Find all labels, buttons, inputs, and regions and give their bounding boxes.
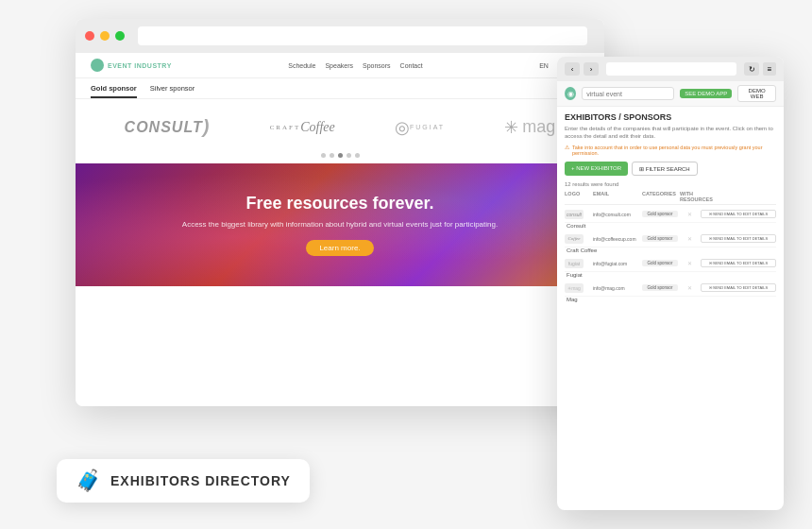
col-logo: LOGO [565, 191, 591, 202]
maximize-dot[interactable] [115, 31, 125, 41]
ex-logo-4: ✳mag [565, 283, 584, 293]
ex-logo-3: fugiat [565, 259, 584, 268]
dot-4[interactable] [347, 153, 351, 158]
panel-section-title: EXHIBITORS / SPONSORS [565, 112, 776, 122]
panel-chrome: ‹ › ↻ ≡ [557, 57, 784, 81]
url-bar[interactable] [138, 26, 587, 45]
panel-menu-button[interactable]: ≡ [763, 62, 776, 76]
nav-links: Schedule Speakers Sponsors Contact [183, 62, 528, 69]
ex-resources-4: ✕ [680, 285, 699, 291]
add-exhibitor-button[interactable]: + NEW EXHIBITOR [565, 162, 628, 176]
results-count: 12 results were found [565, 181, 776, 187]
warning-text: Take into account that in order to use p… [572, 145, 776, 156]
panel-warning: ⚠ Take into account that in order to use… [565, 145, 776, 156]
ex-send-btn-2[interactable]: ✉ SEND EMAIL TO EDIT DETAILS [701, 234, 776, 243]
logo-text: EVENT INDUSTRY [108, 62, 172, 69]
carousel-dots [76, 147, 604, 163]
nav-speakers[interactable]: Speakers [325, 62, 353, 69]
col-resources: WITH RESOURCES [680, 191, 699, 202]
browser-chrome [76, 19, 604, 53]
language-selector[interactable]: EN [539, 62, 549, 69]
ex-email-4: info@mag.com [593, 285, 640, 291]
dot-3[interactable] [338, 153, 343, 158]
ex-resources-1: ✕ [680, 212, 699, 217]
ex-resources-3: ✕ [680, 261, 699, 266]
exhibitor-row-4[interactable]: ✳mag info@mag.com Gold sponsor ✕ ✉ SEND … [565, 281, 776, 297]
ex-name-2: Craft Coffee [565, 247, 776, 256]
sponsor-tabs: Gold sponsor Silver sponsor [76, 78, 604, 99]
scene: EVENT INDUSTRY Schedule Speakers Sponsor… [0, 0, 812, 529]
exhibitor-row-2[interactable]: Coffee info@coffeecup.com Gold sponsor ✕… [565, 231, 776, 247]
panel-back-button[interactable]: ‹ [565, 62, 580, 76]
ex-logo-1: consult [565, 210, 584, 219]
tab-gold-sponsor[interactable]: Gold sponsor [91, 84, 137, 98]
panel-search-input[interactable] [582, 87, 674, 100]
badge-icon: 🧳 [76, 469, 101, 493]
col-actions [701, 191, 776, 202]
hero-banner: Free resources forever. Access the bigge… [76, 163, 604, 286]
dot-1[interactable] [321, 153, 326, 158]
ex-name-4: Mag [565, 297, 776, 305]
nav-sponsors[interactable]: Sponsors [363, 62, 391, 69]
col-categories: CATEGORIES [642, 191, 678, 202]
dot-5[interactable] [355, 153, 360, 158]
panel-forward-button[interactable]: › [584, 62, 599, 76]
minimize-dot[interactable] [100, 31, 110, 41]
table-header: LOGO EMAIL CATEGORIES WITH RESOURCES [565, 191, 776, 205]
sponsor-fugiat: ◎ FUGIAT [395, 117, 445, 138]
ex-resources-2: ✕ [680, 236, 699, 242]
nav-contact[interactable]: Contact [400, 62, 423, 69]
ex-send-btn-3[interactable]: ✉ SEND EMAIL TO EDIT DETAILS [701, 259, 776, 267]
site-logo: EVENT INDUSTRY [91, 59, 172, 72]
close-dot[interactable] [85, 31, 94, 41]
ex-email-3: info@fugiat.com [593, 261, 640, 266]
ex-send-btn-4[interactable]: ✉ SEND EMAIL TO EDIT DETAILS [701, 283, 776, 292]
exhibitor-row-1[interactable]: consult info@consult.com Gold sponsor ✕ … [565, 207, 776, 223]
ex-send-btn-1[interactable]: ✉ SEND EMAIL TO EDIT DETAILS [701, 210, 776, 218]
ex-category-4: Gold sponsor [642, 284, 678, 291]
sponsor-mag: ✳ mag [504, 117, 555, 138]
warning-icon: ⚠ [565, 145, 569, 150]
ex-email-2: info@coffeecup.com [593, 236, 640, 242]
action-row: + NEW EXHIBITOR ⊞ FILTER SEARCH [565, 162, 776, 176]
panel-notice: Enter the details of the companies that … [565, 126, 776, 141]
sponsor-logos: CONSULT) CRAFT Coffee ◎ FUGIAT ✳ mag [76, 99, 604, 147]
ex-name-3: Fugiat [565, 272, 776, 281]
panel-url-bar[interactable] [606, 62, 736, 76]
side-panel: ‹ › ↻ ≡ ◉ SEE DEMO APP DEMO WEB EXHIBITO… [557, 57, 784, 510]
col-email: EMAIL [593, 191, 640, 202]
sponsor-consult: CONSULT) [125, 116, 211, 138]
main-browser-window: EVENT INDUSTRY Schedule Speakers Sponsor… [76, 19, 604, 406]
exhibitors-directory-badge: 🧳 EXHIBITORS DIRECTORY [57, 459, 310, 503]
ex-email-1: info@consult.com [593, 212, 640, 217]
banner-subtitle: Access the biggest library with informat… [182, 219, 498, 230]
ex-logo-2: Coffee [565, 234, 584, 244]
badge-label: EXHIBITORS DIRECTORY [110, 473, 291, 488]
filter-search-button[interactable]: ⊞ FILTER SEARCH [632, 162, 698, 176]
banner-title: Free resources forever. [245, 194, 433, 213]
site-nav: EVENT INDUSTRY Schedule Speakers Sponsor… [76, 53, 604, 78]
dot-2[interactable] [330, 153, 334, 158]
tab-silver-sponsor[interactable]: Silver sponsor [150, 84, 195, 98]
panel-refresh-button[interactable]: ↻ [744, 62, 759, 76]
panel-toolbar: ◉ SEE DEMO APP DEMO WEB [557, 81, 784, 107]
logo-icon [91, 59, 104, 72]
ex-category-1: Gold sponsor [642, 211, 678, 217]
panel-logo-icon: ◉ [565, 87, 576, 100]
ex-name-1: Consult [565, 223, 776, 231]
demo-web-button[interactable]: DEMO WEB [737, 85, 776, 102]
see-demo-app-button[interactable]: SEE DEMO APP [680, 89, 732, 98]
sponsor-coffee: CRAFT Coffee [270, 120, 335, 135]
banner-cta-button[interactable]: Learn more. [306, 240, 373, 256]
panel-body: EXHIBITORS / SPONSORS Enter the details … [557, 107, 784, 503]
ex-category-3: Gold sponsor [642, 260, 678, 266]
browser-content: EVENT INDUSTRY Schedule Speakers Sponsor… [76, 53, 604, 406]
nav-schedule[interactable]: Schedule [288, 62, 315, 69]
exhibitor-row-3[interactable]: fugiat info@fugiat.com Gold sponsor ✕ ✉ … [565, 256, 776, 272]
ex-category-2: Gold sponsor [642, 235, 678, 242]
